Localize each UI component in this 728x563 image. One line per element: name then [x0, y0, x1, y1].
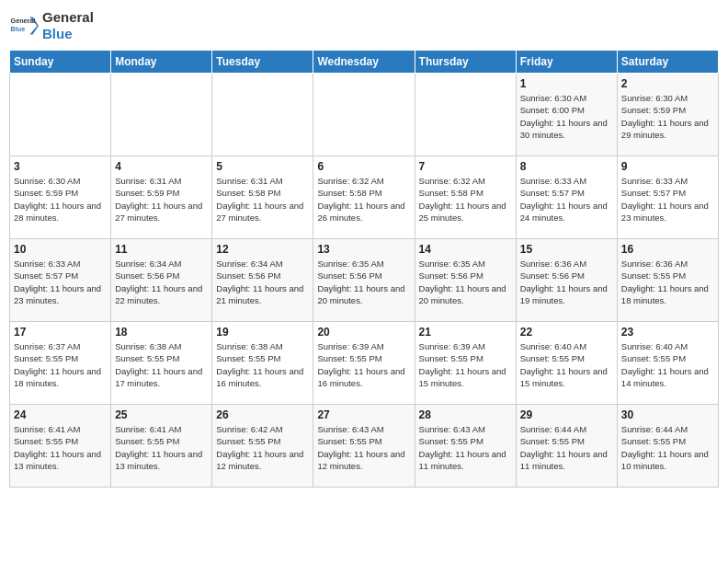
calendar-cell [313, 74, 415, 156]
weekday-header-thursday: Thursday [415, 51, 516, 74]
calendar-cell: 4Sunrise: 6:31 AM Sunset: 5:59 PM Daylig… [111, 156, 212, 239]
day-number: 9 [621, 160, 714, 173]
logo-icon: General Blue [9, 11, 39, 40]
weekday-header-wednesday: Wednesday [313, 51, 415, 74]
day-info: Sunrise: 6:39 AM Sunset: 5:55 PM Dayligh… [317, 340, 410, 389]
calendar-cell: 21Sunrise: 6:39 AM Sunset: 5:55 PM Dayli… [415, 322, 516, 405]
weekday-header-sunday: Sunday [10, 51, 111, 74]
logo-text-blue: Blue [42, 26, 94, 42]
calendar-cell: 2Sunrise: 6:30 AM Sunset: 5:59 PM Daylig… [617, 74, 718, 156]
calendar-table: SundayMondayTuesdayWednesdayThursdayFrid… [9, 50, 719, 488]
day-info: Sunrise: 6:34 AM Sunset: 5:56 PM Dayligh… [216, 258, 309, 306]
calendar-header: SundayMondayTuesdayWednesdayThursdayFrid… [10, 51, 719, 74]
calendar-cell: 23Sunrise: 6:40 AM Sunset: 5:55 PM Dayli… [617, 322, 718, 405]
calendar-cell: 17Sunrise: 6:37 AM Sunset: 5:55 PM Dayli… [10, 322, 111, 405]
calendar-cell: 11Sunrise: 6:34 AM Sunset: 5:56 PM Dayli… [111, 239, 212, 322]
day-info: Sunrise: 6:32 AM Sunset: 5:58 PM Dayligh… [419, 175, 512, 224]
day-number: 8 [520, 160, 613, 173]
day-number: 1 [520, 77, 613, 90]
calendar-cell: 24Sunrise: 6:41 AM Sunset: 5:55 PM Dayli… [10, 405, 111, 488]
calendar-cell: 27Sunrise: 6:43 AM Sunset: 5:55 PM Dayli… [313, 405, 415, 488]
day-number: 6 [317, 160, 410, 173]
day-info: Sunrise: 6:39 AM Sunset: 5:55 PM Dayligh… [419, 340, 512, 389]
calendar-cell: 1Sunrise: 6:30 AM Sunset: 6:00 PM Daylig… [516, 74, 617, 156]
day-number: 21 [419, 326, 512, 339]
calendar-cell: 3Sunrise: 6:30 AM Sunset: 5:59 PM Daylig… [10, 156, 111, 239]
day-info: Sunrise: 6:41 AM Sunset: 5:55 PM Dayligh… [14, 423, 107, 472]
day-info: Sunrise: 6:34 AM Sunset: 5:56 PM Dayligh… [115, 258, 208, 306]
day-info: Sunrise: 6:40 AM Sunset: 5:55 PM Dayligh… [621, 340, 714, 389]
day-info: Sunrise: 6:33 AM Sunset: 5:57 PM Dayligh… [520, 175, 613, 224]
day-number: 17 [14, 326, 107, 339]
calendar-cell: 9Sunrise: 6:33 AM Sunset: 5:57 PM Daylig… [617, 156, 718, 239]
day-info: Sunrise: 6:36 AM Sunset: 5:56 PM Dayligh… [520, 258, 613, 306]
day-number: 15 [520, 243, 613, 256]
calendar-cell: 22Sunrise: 6:40 AM Sunset: 5:55 PM Dayli… [516, 322, 617, 405]
day-number: 22 [520, 326, 613, 339]
day-number: 12 [216, 243, 309, 256]
day-info: Sunrise: 6:31 AM Sunset: 5:59 PM Dayligh… [115, 175, 208, 224]
day-info: Sunrise: 6:41 AM Sunset: 5:55 PM Dayligh… [115, 423, 208, 472]
calendar-cell: 10Sunrise: 6:33 AM Sunset: 5:57 PM Dayli… [10, 239, 111, 322]
day-info: Sunrise: 6:43 AM Sunset: 5:55 PM Dayligh… [419, 423, 512, 472]
calendar-cell: 13Sunrise: 6:35 AM Sunset: 5:56 PM Dayli… [313, 239, 415, 322]
day-number: 3 [14, 160, 107, 173]
calendar-week-row: 10Sunrise: 6:33 AM Sunset: 5:57 PM Dayli… [10, 239, 719, 322]
day-number: 24 [14, 408, 107, 421]
calendar-cell: 29Sunrise: 6:44 AM Sunset: 5:55 PM Dayli… [516, 405, 617, 488]
day-number: 16 [621, 243, 714, 256]
calendar-cell: 14Sunrise: 6:35 AM Sunset: 5:56 PM Dayli… [415, 239, 516, 322]
calendar-cell: 5Sunrise: 6:31 AM Sunset: 5:58 PM Daylig… [212, 156, 313, 239]
svg-text:Blue: Blue [11, 25, 26, 33]
day-number: 2 [621, 77, 714, 90]
day-info: Sunrise: 6:44 AM Sunset: 5:55 PM Dayligh… [520, 423, 613, 472]
day-info: Sunrise: 6:42 AM Sunset: 5:55 PM Dayligh… [216, 423, 309, 472]
calendar-cell: 12Sunrise: 6:34 AM Sunset: 5:56 PM Dayli… [212, 239, 313, 322]
day-info: Sunrise: 6:35 AM Sunset: 5:56 PM Dayligh… [419, 258, 512, 306]
calendar-cell: 20Sunrise: 6:39 AM Sunset: 5:55 PM Dayli… [313, 322, 415, 405]
calendar-cell [111, 74, 212, 156]
day-info: Sunrise: 6:30 AM Sunset: 5:59 PM Dayligh… [14, 175, 107, 224]
day-number: 13 [317, 243, 410, 256]
day-info: Sunrise: 6:43 AM Sunset: 5:55 PM Dayligh… [317, 423, 410, 472]
calendar-cell: 16Sunrise: 6:36 AM Sunset: 5:55 PM Dayli… [617, 239, 718, 322]
calendar-cell [10, 74, 111, 156]
day-info: Sunrise: 6:40 AM Sunset: 5:55 PM Dayligh… [520, 340, 613, 389]
weekday-header-tuesday: Tuesday [212, 51, 313, 74]
day-number: 11 [115, 243, 208, 256]
day-number: 25 [115, 408, 208, 421]
day-info: Sunrise: 6:30 AM Sunset: 5:59 PM Dayligh… [621, 92, 714, 141]
calendar-week-row: 1Sunrise: 6:30 AM Sunset: 6:00 PM Daylig… [10, 74, 719, 156]
calendar-cell: 19Sunrise: 6:38 AM Sunset: 5:55 PM Dayli… [212, 322, 313, 405]
page-header: General Blue General Blue [9, 9, 719, 42]
day-info: Sunrise: 6:32 AM Sunset: 5:58 PM Dayligh… [317, 175, 410, 224]
day-number: 28 [419, 408, 512, 421]
day-info: Sunrise: 6:38 AM Sunset: 5:55 PM Dayligh… [216, 340, 309, 389]
day-info: Sunrise: 6:44 AM Sunset: 5:55 PM Dayligh… [621, 423, 714, 472]
day-info: Sunrise: 6:36 AM Sunset: 5:55 PM Dayligh… [621, 258, 714, 306]
day-number: 27 [317, 408, 410, 421]
day-info: Sunrise: 6:30 AM Sunset: 6:00 PM Dayligh… [520, 92, 613, 141]
day-info: Sunrise: 6:31 AM Sunset: 5:58 PM Dayligh… [216, 175, 309, 224]
weekday-header-row: SundayMondayTuesdayWednesdayThursdayFrid… [10, 51, 719, 74]
day-number: 23 [621, 326, 714, 339]
logo-text-general: General [42, 9, 94, 26]
calendar-cell: 25Sunrise: 6:41 AM Sunset: 5:55 PM Dayli… [111, 405, 212, 488]
calendar-cell [212, 74, 313, 156]
day-number: 14 [419, 243, 512, 256]
day-info: Sunrise: 6:35 AM Sunset: 5:56 PM Dayligh… [317, 258, 410, 306]
day-info: Sunrise: 6:33 AM Sunset: 5:57 PM Dayligh… [14, 258, 107, 306]
day-number: 19 [216, 326, 309, 339]
weekday-header-monday: Monday [111, 51, 212, 74]
logo: General Blue General Blue [9, 9, 94, 42]
day-info: Sunrise: 6:37 AM Sunset: 5:55 PM Dayligh… [14, 340, 107, 389]
day-number: 26 [216, 408, 309, 421]
day-number: 7 [419, 160, 512, 173]
calendar-cell [415, 74, 516, 156]
calendar-cell: 8Sunrise: 6:33 AM Sunset: 5:57 PM Daylig… [516, 156, 617, 239]
day-number: 18 [115, 326, 208, 339]
svg-text:General: General [11, 17, 36, 25]
calendar-week-row: 3Sunrise: 6:30 AM Sunset: 5:59 PM Daylig… [10, 156, 719, 239]
day-number: 30 [621, 408, 714, 421]
day-info: Sunrise: 6:38 AM Sunset: 5:55 PM Dayligh… [115, 340, 208, 389]
